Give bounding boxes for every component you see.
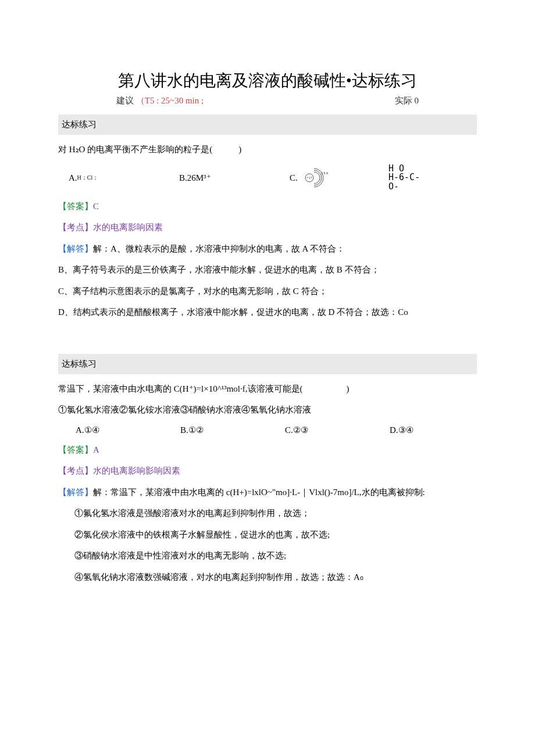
- actual-label: 实际 0: [395, 95, 419, 106]
- option-b: B.26M³⁺: [179, 173, 290, 183]
- explain-b: B、离子符号表示的是三价铁离子，水溶液中能水解，促进水的电离，故 B 不符合；: [58, 263, 477, 277]
- option-d: D.③④: [372, 425, 477, 435]
- question-stem-2: ①氯化氢水溶液②氯化铵水溶液③硝酸钠水溶液④氢氧化钠水溶液: [58, 403, 477, 417]
- topic-value: 水的电离影响影响因素: [93, 466, 180, 475]
- option-b: B.①②: [163, 425, 268, 435]
- option-a-prefix: A.: [69, 173, 77, 183]
- explain-2: ②氯化侯水溶液中的铁根离子水解显酸性，促进水的也离，故不选;: [58, 528, 477, 542]
- option-c-prefix: C.: [290, 173, 298, 183]
- topic-line: 【考点】水的电离影响影响因素: [58, 464, 477, 478]
- suggestion-value: （T5 : 25~30 min ;: [136, 96, 204, 105]
- topic-label: 【考点】: [58, 466, 93, 475]
- option-d: H O H-6-C- O-: [388, 164, 477, 192]
- answer-line: 【答案】C: [58, 200, 477, 213]
- option-c: C. +17 2 8 8: [290, 165, 388, 191]
- atom-shells-text: 2 8 8: [321, 171, 328, 175]
- page-title: 第八讲水的电离及溶液的酸碱性•达标练习: [58, 70, 477, 92]
- atom-diagram-icon: +17 2 8 8: [298, 165, 330, 191]
- options-row: A.①④ B.①② C.②③ D.③④: [58, 425, 477, 435]
- explain-head-text: 解：常温下，某溶液中由水电离的 c(H+)=lxlO~"mo]·L-｜Vlxl(…: [93, 488, 425, 497]
- option-a: A.①④: [58, 425, 163, 435]
- answer-label: 【答案】: [58, 202, 93, 211]
- topic-label: 【考点】: [58, 223, 93, 232]
- option-d-line3: O-: [388, 182, 420, 192]
- explain-4: ④氢氧化钠水溶液数强碱溶液，对水的电离起到抑制作用，故选；故选：A₀: [58, 571, 477, 584]
- explain-label: 【解答】: [58, 244, 93, 253]
- options-row: A. H：Cl： B.26M³⁺ C. +17 2 8 8: [58, 164, 477, 192]
- explain-3: ③硝酸钠水溶液是中性溶液对水的电离无影响，故不选;: [58, 549, 477, 562]
- answer-value: A: [93, 445, 99, 454]
- option-a-content: H：Cl：: [77, 174, 99, 182]
- question-stem: 常温下，某溶液中由水电离的 C(H⁺)=l×10^¹³mol·f,该溶液可能是(…: [58, 382, 477, 396]
- topic-value: 水的电离影响因素: [93, 223, 163, 232]
- answer-label: 【答案】: [58, 445, 93, 454]
- answer-line: 【答案】A: [58, 443, 477, 457]
- explain-a-text: 解：A、微粒表示的是酸，水溶液中抑制水的电离，故 A 不符合：: [93, 244, 345, 253]
- option-c: C.②③: [268, 425, 372, 435]
- explain-a: 【解答】解：A、微粒表示的是酸，水溶液中抑制水的电离，故 A 不符合：: [58, 242, 477, 256]
- answer-value: C: [93, 202, 99, 211]
- atom-center-text: +17: [306, 176, 312, 180]
- suggestion-label: 建议: [116, 96, 134, 105]
- explain-head: 【解答】解：常温下，某溶液中由水电离的 c(H+)=lxlO~"mo]·L-｜V…: [58, 486, 477, 499]
- subtitle-row: 建议 （T5 : 25~30 min ; 实际 0: [116, 95, 419, 106]
- question-stem: 对 H₂O 的电离平衡不产生影响的粒子是( ): [58, 143, 477, 156]
- explain-d: D、结构式表示的是醋酸根离子，水溶液中能水解，促进水的电离，故 D 不符合；故选…: [58, 306, 477, 319]
- section-heading: 达标练习: [58, 354, 477, 374]
- explain-1: ①氟化氢水溶液是强酸溶液对水的电离起到抑制作用，故选；: [58, 507, 477, 520]
- option-a: A. H：Cl：: [58, 173, 179, 183]
- section-heading: 达标练习: [58, 114, 477, 135]
- explain-c: C、离子结构示意图表示的是氯离子，对水的电离无影响，故 C 符合；: [58, 285, 477, 298]
- explain-label: 【解答】: [58, 488, 93, 497]
- topic-line: 【考点】水的电离影响因素: [58, 221, 477, 234]
